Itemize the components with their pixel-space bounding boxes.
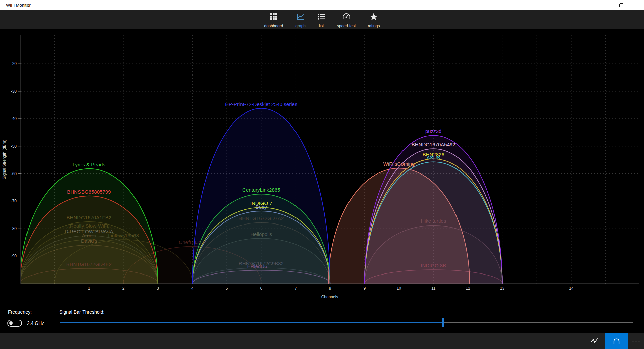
x-tick-label: 14 [569,286,574,291]
list-icon [317,12,326,22]
tab-speed-test-label: speed test [336,23,356,29]
network-ssid-label: WiFiIsComing [383,161,415,167]
x-tick-label: 11 [431,286,436,291]
x-tick-label: 13 [500,286,505,291]
ellipsis-icon [632,339,640,343]
network-ssid-label: puzz3d [425,128,441,134]
wifi-monitor-window: WiFi Monitor [0,0,644,349]
frequency-toggle[interactable] [7,320,22,327]
signal-strength-chart: ERiedU6INDIGO 8BBHNTG1672GD4E2BHNDG1672G… [0,29,644,304]
network-ssid-label: I like turtles [421,218,446,224]
dashboard-icon [269,12,278,22]
x-tick-label: 8 [329,286,331,291]
network-ssid-label: BHN2826 [423,152,444,157]
minimize-button[interactable] [598,0,613,10]
x-tick-label: 3 [157,286,159,291]
star-icon [369,12,378,22]
arch-curve-icon [612,337,621,345]
y-tick-label: -80 [11,226,17,231]
line-graph-view-button[interactable] [583,333,605,349]
threshold-slider-track-filled[interactable] [60,322,442,323]
window-title: WiFi Monitor [6,3,31,8]
y-tick-label: -30 [11,89,17,94]
more-options-button[interactable] [628,333,644,349]
network-ssid-label: BHNDG1672G9B82 [239,261,284,266]
network-ssid-label: CenturyLink2865 [242,187,280,193]
arc-graph-view-button[interactable] [605,333,628,349]
network-ssid-label: ..Really Slow-WiFi.. [67,223,111,229]
x-tick-label: 7 [294,286,297,291]
network-ssid-label: ChefDuJour [179,239,206,245]
x-tick-label: 5 [226,286,228,291]
tab-dashboard[interactable]: dashboard [261,10,287,29]
network-ssid-label: BHNTG1672GD7A2 [238,215,284,221]
title-bar: WiFi Monitor [0,0,644,10]
tab-ratings-label: ratings [367,23,380,29]
y-tick-label: -40 [11,116,17,121]
tab-speed-test[interactable]: speed test [333,10,359,29]
y-tick-label: -60 [11,171,17,176]
network-ssid-label: Lyres & Pearls [73,162,105,167]
nav-items: dashboard graph [261,10,384,29]
x-tick-label: 12 [466,286,470,291]
controls-panel: Frequency: 2.4 GHz Signal Bar Threshold: [0,304,644,333]
zigzag-line-icon [590,337,599,345]
tab-list-label: list [318,23,325,29]
network-ssid-label: INDIGO 7 [250,200,272,206]
tab-ratings[interactable]: ratings [364,10,383,29]
x-tick-label: 10 [397,286,401,291]
threshold-slider-thumb[interactable] [442,318,444,327]
network-ssid-label: BHNDG1670A1FB2 [67,215,111,220]
nav-bar: dashboard graph [0,10,644,29]
threshold-slider-track[interactable] [444,322,633,323]
y-axis-title: Signal Strength (dBm) [2,140,7,179]
x-tick-label: 6 [260,286,262,291]
network-arc-fill [192,108,330,284]
network-ssid-label: BHNTG1672GD4E2 [66,261,112,267]
x-tick-label: 4 [191,286,194,291]
x-tick-label: 9 [363,286,366,291]
frequency-value: 2.4 GHz [27,320,44,326]
network-ssid-label: INDIGO 8B [421,263,446,268]
network-arcs-layer [20,108,502,284]
y-tick-label: -50 [11,144,17,149]
y-tick-label: -20 [11,61,17,66]
frequency-toggle-knob [9,321,13,325]
threshold-slider-tick [60,325,60,327]
x-tick-label: 2 [122,286,125,291]
graph-icon [296,12,305,22]
close-button[interactable] [629,0,644,10]
restore-icon [619,3,623,7]
tab-graph-label: graph [294,23,306,29]
network-ssid-label: BHNSBG65805799 [67,189,111,195]
network-ssid-label: BHNDG1670A5492 [412,142,455,147]
threshold-label: Signal Bar Threshold: [59,309,104,315]
network-ssid-label: David's [81,238,97,244]
window-controls [598,0,644,10]
y-tick-label: -90 [11,254,17,258]
network-ssid-label: HP-Print-72-Deskjet 2540 series [225,101,297,107]
y-tick-label: -70 [11,199,17,203]
restore-button[interactable] [613,0,629,10]
tab-graph[interactable]: graph [291,10,309,29]
network-ssid-label: Heliopolis [250,231,272,237]
x-tick-label: 1 [88,286,90,291]
network-ssid-label: DIRECT-OW-BRAVIA [65,229,113,234]
threshold-slider-tick [252,325,252,327]
bottom-command-bar [0,333,644,349]
speedometer-icon [342,12,351,22]
close-icon [634,3,638,7]
tab-dashboard-label: dashboard [264,23,284,29]
tab-list[interactable]: list [314,10,329,29]
minimize-icon [603,3,607,7]
frequency-label: Frequency: [8,309,32,315]
x-axis-title: Channels [321,295,338,299]
